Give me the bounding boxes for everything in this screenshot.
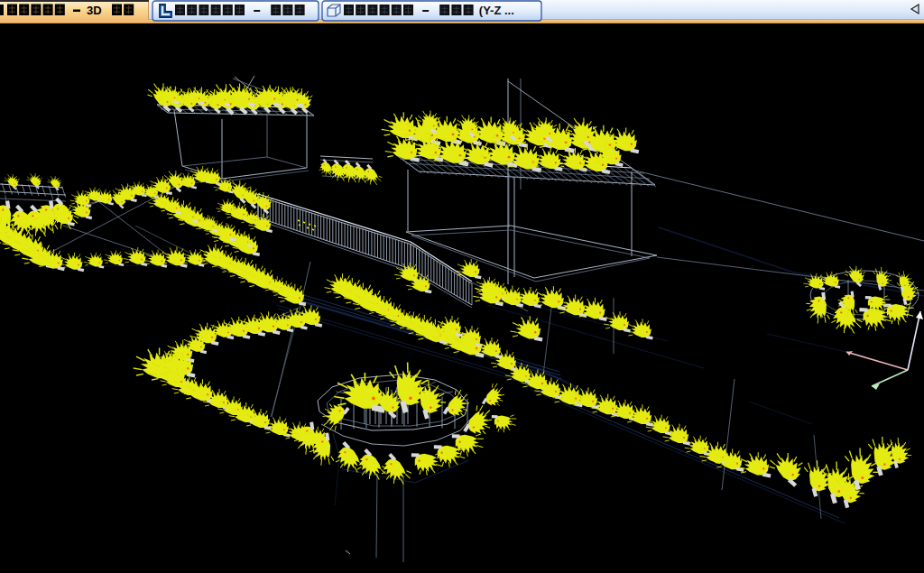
svg-text:(Y-Z ...: (Y-Z ... (479, 4, 514, 17)
svg-text:3D: 3D (87, 4, 102, 17)
